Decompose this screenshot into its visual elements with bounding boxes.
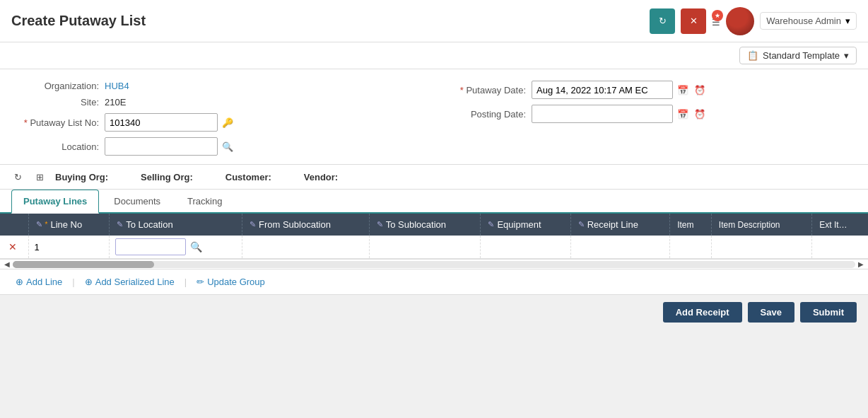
col-equipment: ✎ Equipment: [481, 214, 570, 236]
col-to-sublocation: ✎ To Sublocation: [369, 214, 481, 236]
tabs: Putaway Lines Documents Tracking: [0, 190, 868, 212]
chevron-down-icon: ▾: [845, 16, 850, 26]
location-input-group: 🔍: [105, 137, 235, 156]
selling-org-field: Selling Org:: [141, 172, 197, 182]
col-item: Item: [670, 214, 712, 236]
add-receipt-button[interactable]: Add Receipt: [663, 302, 742, 323]
calendar-icon: 📅: [677, 109, 688, 120]
posting-date-row: Posting Date: 📅 ⏰: [441, 105, 854, 123]
template-bar: 📋 Standard Template ▾: [0, 42, 868, 69]
col-receipt-line: ✎ Receipt Line: [570, 214, 670, 236]
clock-icon: ⏰: [694, 85, 705, 95]
user-dropdown[interactable]: Warehouse Admin ▾: [760, 12, 857, 30]
location-search-icon[interactable]: 🔍: [221, 139, 235, 153]
to-sublocation-cell: [369, 236, 481, 259]
location-input[interactable]: [105, 137, 218, 156]
table-body: ✕ 1 🔍: [0, 236, 868, 259]
to-location-search-button[interactable]: 🔍: [189, 241, 204, 252]
edit-icon: ✎: [250, 220, 256, 229]
avatar: [726, 7, 754, 35]
posting-date-clock-icon[interactable]: ⏰: [693, 107, 707, 121]
menu-button[interactable]: ☰ ★: [712, 13, 720, 29]
add-serialized-label: Add Serialized Line: [95, 277, 175, 287]
site-value: 210E: [105, 97, 126, 108]
add-line-button[interactable]: ⊕ Add Line: [11, 274, 66, 290]
posting-date-input[interactable]: [532, 105, 673, 123]
template-chevron-icon: ▾: [844, 50, 849, 61]
save-button[interactable]: Save: [748, 302, 794, 323]
scroll-left-button[interactable]: ◀: [1, 260, 13, 268]
receipt-line-cell: [570, 236, 670, 259]
from-sublocation-cell: [242, 236, 369, 259]
col-line-no: ✎ * Line No: [28, 214, 110, 236]
form-area: Organization: HUB4 Site: 210E Putaway Li…: [0, 69, 868, 165]
location-row: Location: 🔍: [14, 137, 427, 156]
col-from-sublocation: ✎ From Sublocation: [242, 214, 369, 236]
customer-label: Customer:: [225, 172, 271, 182]
putaway-date-row: Putaway Date: 📅 ⏰: [441, 81, 854, 99]
org-fields: Buying Org: Selling Org: Customer: Vendo…: [55, 172, 857, 182]
update-icon: ✏: [197, 277, 204, 287]
buying-org-label: Buying Org:: [55, 172, 108, 182]
putaway-lines-table: ✎ * Line No ✎ To Location ✎ From Subloca…: [0, 214, 868, 259]
tab-documents[interactable]: Documents: [102, 190, 172, 212]
separator-2: |: [184, 277, 187, 287]
update-label: Update Group: [207, 277, 265, 287]
site-label: Site:: [14, 97, 99, 108]
col-to-location: ✎ To Location: [110, 214, 242, 236]
form-left: Organization: HUB4 Site: 210E Putaway Li…: [14, 81, 427, 156]
delete-row-button[interactable]: ✕: [6, 241, 20, 252]
scrollbar-row: ◀ ▶: [0, 259, 868, 269]
separator-1: |: [72, 277, 74, 287]
col-item-description: Item Description: [711, 214, 811, 236]
edit-icon: ✎: [377, 220, 383, 229]
putaway-list-no-row: Putaway List No: 🔑: [14, 113, 427, 132]
submit-button[interactable]: Submit: [800, 302, 857, 323]
toolbar-grid-button[interactable]: ⊞: [33, 169, 47, 185]
organization-value[interactable]: HUB4: [105, 81, 129, 91]
to-location-input[interactable]: [115, 238, 186, 255]
refresh-button[interactable]: ↻: [650, 8, 675, 34]
table-row: ✕ 1 🔍: [0, 236, 868, 259]
add-serialized-line-button[interactable]: ⊕ Add Serialized Line: [81, 274, 179, 290]
buying-org-field: Buying Org:: [55, 172, 112, 182]
item-cell: [670, 236, 712, 259]
putaway-list-no-key-icon[interactable]: 🔑: [221, 115, 235, 129]
putaway-list-no-label: Putaway List No:: [14, 117, 99, 128]
user-name: Warehouse Admin: [766, 16, 841, 26]
posting-date-label: Posting Date:: [441, 109, 526, 120]
form-grid: Organization: HUB4 Site: 210E Putaway Li…: [14, 81, 854, 156]
putaway-date-clock-icon[interactable]: ⏰: [693, 83, 707, 97]
delete-cell: ✕: [0, 236, 28, 259]
form-right: Putaway Date: 📅 ⏰ Posting Date: 📅: [441, 81, 854, 156]
site-row: Site: 210E: [14, 97, 427, 108]
putaway-date-input[interactable]: [532, 81, 673, 99]
location-label: Location:: [14, 141, 99, 152]
col-delete: [0, 214, 28, 236]
to-location-cell: 🔍: [110, 236, 242, 259]
update-group-button[interactable]: ✏ Update Group: [192, 274, 269, 290]
posting-date-input-group: 📅 ⏰: [532, 105, 707, 123]
tab-putaway-lines[interactable]: Putaway Lines: [11, 190, 99, 214]
standard-template-button[interactable]: 📋 Standard Template ▾: [739, 47, 857, 64]
putaway-date-calendar-icon[interactable]: 📅: [676, 83, 690, 97]
scroll-right-button[interactable]: ▶: [855, 260, 867, 268]
vendor-label: Vendor:: [304, 172, 338, 182]
tab-tracking[interactable]: Tracking: [175, 190, 234, 212]
header-actions: ↻ ✕ ☰ ★ Warehouse Admin ▾: [650, 7, 857, 35]
organization-row: Organization: HUB4: [14, 81, 427, 91]
add-line-label: Add Line: [26, 277, 62, 287]
template-label: Standard Template: [763, 50, 840, 61]
vendor-field: Vendor:: [304, 172, 342, 182]
toolbar-refresh-button[interactable]: ↻: [11, 169, 25, 185]
table-container: ✎ * Line No ✎ To Location ✎ From Subloca…: [0, 214, 868, 259]
close-button[interactable]: ✕: [681, 8, 706, 34]
equipment-cell: [481, 236, 570, 259]
scroll-track[interactable]: [13, 261, 855, 268]
selling-org-label: Selling Org:: [141, 172, 193, 182]
scroll-thumb: [13, 261, 154, 268]
edit-icon: ✎: [36, 220, 42, 229]
posting-date-calendar-icon[interactable]: 📅: [676, 107, 690, 121]
putaway-list-no-input[interactable]: [105, 113, 218, 132]
ext-item-cell: [812, 236, 868, 259]
